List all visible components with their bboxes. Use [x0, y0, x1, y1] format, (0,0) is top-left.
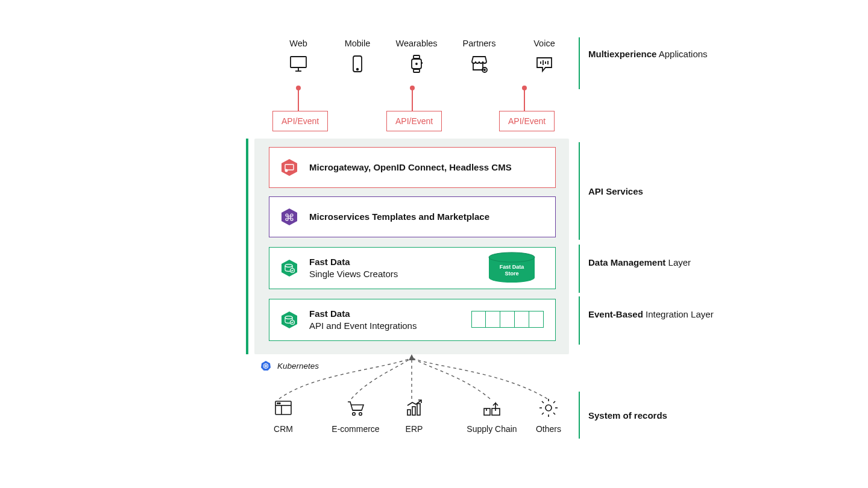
card-data-sub: Single Views Creators [309, 269, 398, 279]
kubernetes-icon [260, 360, 271, 371]
api-connector-line [298, 89, 299, 111]
svg-rect-52 [412, 407, 415, 415]
svg-rect-54 [484, 408, 490, 415]
card-event-sub: API and Event Integrations [309, 321, 417, 331]
svg-rect-6 [414, 55, 420, 58]
section-rule-event [579, 296, 580, 345]
section-rule-api [579, 142, 580, 240]
app-partners: Partners [452, 39, 506, 77]
record-supply: Supply Chain [462, 398, 522, 434]
api-connector-line [412, 89, 413, 111]
svg-point-58 [546, 405, 552, 411]
hex-icon-green [280, 311, 298, 329]
svg-point-50 [359, 413, 362, 416]
svg-point-18 [285, 169, 288, 172]
svg-marker-25 [281, 260, 297, 277]
integration-cells [471, 311, 544, 328]
app-voice: Voice [517, 39, 571, 77]
chart-icon [404, 398, 424, 418]
svg-point-4 [357, 69, 359, 70]
card-data-title: Fast Data [309, 256, 398, 268]
section-label-apps: Multiexperience Applications [588, 48, 708, 60]
app-voice-label: Voice [517, 39, 571, 48]
section-label-data: Data Management Layer [588, 257, 691, 269]
supply-icon [482, 398, 502, 418]
store-icon [468, 53, 490, 75]
svg-rect-51 [407, 410, 410, 415]
svg-point-47 [277, 403, 278, 404]
watch-icon [406, 53, 427, 75]
hex-icon-green [280, 259, 298, 277]
svg-marker-19 [281, 208, 297, 225]
svg-rect-7 [414, 69, 420, 72]
svg-text:Store: Store [505, 271, 518, 277]
section-label-records: System of records [588, 410, 667, 422]
record-others: Others [530, 398, 567, 434]
svg-point-48 [279, 403, 280, 404]
api-event-box-3: API/Event [499, 111, 555, 131]
svg-point-49 [353, 413, 356, 416]
gear-icon [538, 398, 559, 418]
hex-icon-purple [280, 208, 298, 226]
app-wearables-label: Wearables [389, 39, 444, 48]
crm-icon [273, 398, 294, 418]
cart-icon [345, 398, 366, 418]
svg-text:Fast Data: Fast Data [500, 264, 525, 270]
app-mobile-label: Mobile [330, 39, 385, 48]
svg-marker-43 [409, 354, 415, 360]
app-mobile: Mobile [330, 39, 385, 77]
section-rule-apps [579, 37, 580, 89]
svg-marker-16 [281, 159, 297, 176]
monitor-icon [288, 53, 309, 75]
svg-point-8 [416, 63, 417, 64]
card-marketplace-text: Microservices Templates and Marketplace [309, 211, 489, 222]
svg-marker-32 [281, 311, 297, 328]
svg-point-11 [484, 69, 485, 70]
api-connector-line [524, 89, 525, 111]
section-rule-records [579, 392, 580, 439]
kubernetes-label: Kubernetes [260, 360, 319, 371]
panel-left-rule [246, 139, 248, 354]
section-label-event: Event-Based Integration Layer [588, 308, 714, 321]
card-gateway: Microgateway, OpenID Connect, Headless C… [269, 147, 556, 188]
mobile-icon [347, 53, 368, 75]
app-wearables: Wearables [389, 39, 444, 77]
api-event-box-1: API/Event [272, 111, 328, 131]
fast-data-store: Fast DataStore [487, 252, 536, 286]
record-crm: CRM [265, 398, 301, 434]
section-label-api: API Services [588, 186, 643, 198]
api-event-box-2: API/Event [386, 111, 442, 131]
app-web: Web [271, 39, 326, 77]
app-partners-label: Partners [452, 39, 506, 48]
card-event-title: Fast Data [309, 308, 417, 320]
hex-icon-red [280, 158, 298, 177]
record-erp: ERP [399, 398, 429, 434]
section-rule-data [579, 245, 580, 293]
card-marketplace: Microservices Templates and Marketplace [269, 196, 556, 237]
card-gateway-text: Microgateway, OpenID Connect, Headless C… [309, 162, 512, 172]
app-web-label: Web [271, 39, 326, 48]
record-ecommerce: E-commerce [326, 398, 386, 434]
svg-rect-0 [291, 57, 306, 67]
svg-rect-53 [417, 404, 420, 415]
voice-icon [533, 53, 555, 75]
